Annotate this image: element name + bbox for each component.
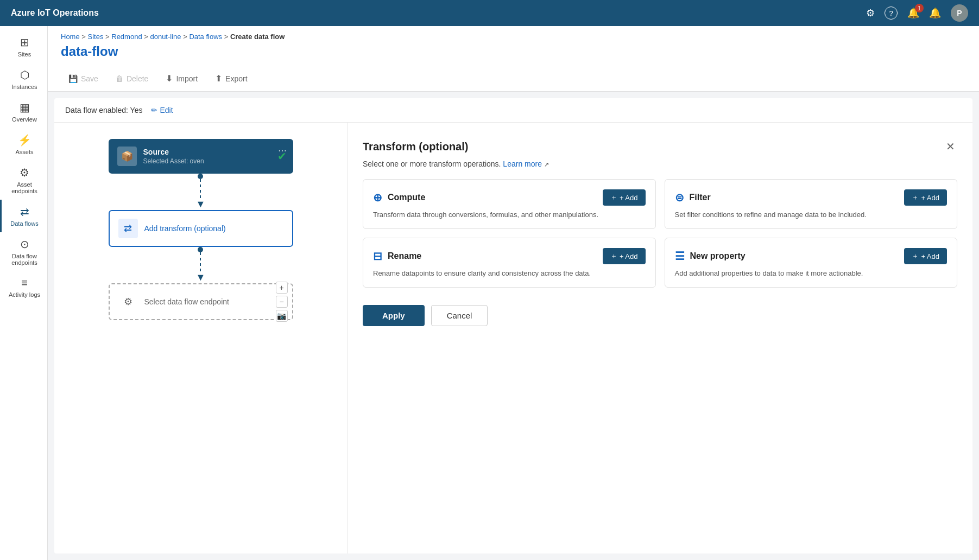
rename-description: Rename datapoints to ensure clarity and … — [373, 269, 646, 278]
external-link-icon: ↗ — [544, 161, 549, 168]
new-property-description: Add additional properties to data to mak… — [675, 269, 948, 278]
toolbar: 💾 Save 🗑 Delete ⬇ Import ⬆ Export — [61, 66, 966, 91]
data-flows-icon: ⇄ — [20, 205, 29, 218]
compute-card-header: ⊕ Compute ＋ + Add — [373, 189, 646, 206]
connector-arrow-2: ▼ — [196, 272, 206, 283]
sidebar-item-sites[interactable]: ⊞ Sites — [0, 30, 47, 63]
filter-add-label: + Add — [921, 194, 939, 202]
new-property-label: New property — [690, 251, 746, 261]
page-header: Home > Sites > Redmond > donut-line > Da… — [48, 26, 979, 92]
filter-card-header: ⊜ Filter ＋ + Add — [675, 189, 948, 206]
endpoint-node-label: Select data flow endpoint — [144, 297, 229, 306]
save-icon: 💾 — [68, 74, 78, 83]
alert-bell-icon[interactable]: 🔔 — [929, 7, 941, 19]
compute-description: Transform data through conversions, form… — [373, 210, 646, 220]
transform-node[interactable]: ⇄ Add transform (optional) — [109, 210, 293, 247]
transform-card-rename: ⊟ Rename ＋ + Add Rename datapoints to en… — [363, 238, 656, 288]
notification-bell-icon[interactable]: 🔔 1 — [907, 7, 919, 19]
edit-button[interactable]: ✏ Edit — [151, 106, 173, 114]
compute-add-button[interactable]: ＋ + Add — [603, 189, 646, 206]
endpoint-minus-button[interactable]: − — [276, 296, 288, 308]
dataflow-body: 📦 Source Selected Asset: oven ⋯ ✔ ▼ — [54, 123, 972, 553]
endpoint-node-icon: ⚙ — [118, 292, 138, 311]
activity-logs-icon: ≡ — [21, 277, 28, 289]
breadcrumb-home[interactable]: Home — [61, 33, 80, 41]
close-button[interactable]: ✕ — [944, 138, 957, 155]
content-area: Home > Sites > Redmond > donut-line > Da… — [48, 26, 979, 560]
data-flow-endpoints-icon: ⊙ — [20, 238, 29, 251]
transform-card-compute: ⊕ Compute ＋ + Add Transform data through… — [363, 179, 656, 229]
delete-label: Delete — [127, 74, 148, 83]
help-icon[interactable]: ? — [885, 7, 898, 20]
endpoint-camera-button[interactable]: 📷 — [276, 310, 288, 322]
breadcrumb-donut-line[interactable]: donut-line — [150, 33, 181, 41]
transform-panel-header: Transform (optional) ✕ — [363, 138, 957, 155]
transform-node-label: Add transform (optional) — [144, 224, 226, 233]
sidebar-item-activity-logs[interactable]: ≡ Activity logs — [0, 271, 47, 303]
sidebar-item-data-flow-endpoints[interactable]: ⊙ Data flow endpoints — [0, 232, 47, 271]
apply-button[interactable]: Apply — [363, 305, 425, 326]
connector-arrow-1: ▼ — [196, 199, 206, 210]
overview-icon: ▦ — [20, 101, 30, 114]
sidebar-item-sites-label: Sites — [18, 51, 31, 58]
rename-icon: ⊟ — [373, 250, 382, 263]
breadcrumb-current: Create data flow — [230, 33, 285, 41]
page-title: data-flow — [61, 44, 966, 59]
delete-button[interactable]: 🗑 Delete — [108, 71, 156, 86]
topnav-icons: ⚙ ? 🔔 1 🔔 P — [866, 4, 968, 22]
breadcrumb-redmond[interactable]: Redmond — [111, 33, 142, 41]
new-property-add-label: + Add — [921, 252, 939, 260]
rename-card-name: ⊟ Rename — [373, 250, 421, 263]
import-button[interactable]: ⬇ Import — [158, 70, 205, 87]
sidebar-item-instances[interactable]: ⬡ Instances — [0, 63, 47, 96]
sidebar: ⊞ Sites ⬡ Instances ▦ Overview ⚡ Assets … — [0, 26, 48, 560]
transform-panel-title: Transform (optional) — [363, 141, 468, 153]
topnav: Azure IoT Operations ⚙ ? 🔔 1 🔔 P — [0, 0, 979, 26]
rename-add-button[interactable]: ＋ + Add — [603, 248, 646, 264]
delete-icon: 🗑 — [116, 74, 123, 83]
rename-card-header: ⊟ Rename ＋ + Add — [373, 248, 646, 264]
cancel-button[interactable]: Cancel — [431, 305, 488, 326]
avatar[interactable]: P — [951, 4, 968, 22]
flow-canvas: 📦 Source Selected Asset: oven ⋯ ✔ ▼ — [54, 123, 348, 553]
instances-icon: ⬡ — [20, 68, 29, 81]
transform-panel: Transform (optional) ✕ Select one or mor… — [348, 123, 972, 553]
sidebar-item-data-flows[interactable]: ⇄ Data flows — [0, 200, 47, 232]
source-node[interactable]: 📦 Source Selected Asset: oven ⋯ ✔ — [109, 139, 293, 174]
transform-grid: ⊕ Compute ＋ + Add Transform data through… — [363, 179, 957, 288]
filter-add-icon: ＋ — [912, 193, 919, 202]
save-button[interactable]: 💾 Save — [61, 71, 106, 86]
sidebar-item-asset-endpoints[interactable]: ⚙ Asset endpoints — [0, 161, 47, 200]
learn-more-link[interactable]: Learn more — [503, 160, 542, 168]
source-node-info: Source Selected Asset: oven — [143, 148, 285, 165]
new-property-add-button[interactable]: ＋ + Add — [904, 248, 947, 264]
export-icon: ⬆ — [215, 73, 222, 84]
export-button[interactable]: ⬆ Export — [207, 70, 255, 87]
filter-add-button[interactable]: ＋ + Add — [904, 189, 947, 206]
main-layout: ⊞ Sites ⬡ Instances ▦ Overview ⚡ Assets … — [0, 26, 979, 560]
breadcrumb-sites[interactable]: Sites — [88, 33, 104, 41]
endpoint-controls: + − 📷 — [276, 282, 288, 322]
breadcrumb-data-flows[interactable]: Data flows — [189, 33, 222, 41]
rename-add-icon: ＋ — [610, 251, 617, 261]
rename-add-label: + Add — [620, 252, 638, 260]
new-property-icon: ☰ — [675, 250, 685, 263]
sidebar-item-overview[interactable]: ▦ Overview — [0, 96, 47, 128]
sidebar-item-data-flow-endpoints-label: Data flow endpoints — [6, 253, 43, 266]
endpoint-plus-button[interactable]: + — [276, 282, 288, 294]
app-title: Azure IoT Operations — [11, 8, 866, 18]
sidebar-item-assets-label: Assets — [15, 149, 33, 155]
sidebar-item-assets[interactable]: ⚡ Assets — [0, 128, 47, 161]
connector-dot-1 — [198, 174, 203, 179]
endpoint-node[interactable]: ⚙ Select data flow endpoint + − 📷 — [109, 283, 293, 320]
filter-card-name: ⊜ Filter — [675, 191, 711, 204]
edit-label: Edit — [160, 106, 173, 114]
settings-icon[interactable]: ⚙ — [866, 7, 875, 19]
dataflow-enabled-label: Data flow enabled: Yes — [65, 106, 142, 114]
panel-actions: Apply Cancel — [363, 305, 957, 326]
connector-1: ▼ — [196, 174, 206, 210]
rename-label: Rename — [388, 251, 421, 261]
sidebar-item-instances-label: Instances — [11, 84, 37, 90]
connector-2: ▼ — [196, 247, 206, 283]
notification-badge: 1 — [915, 4, 924, 12]
